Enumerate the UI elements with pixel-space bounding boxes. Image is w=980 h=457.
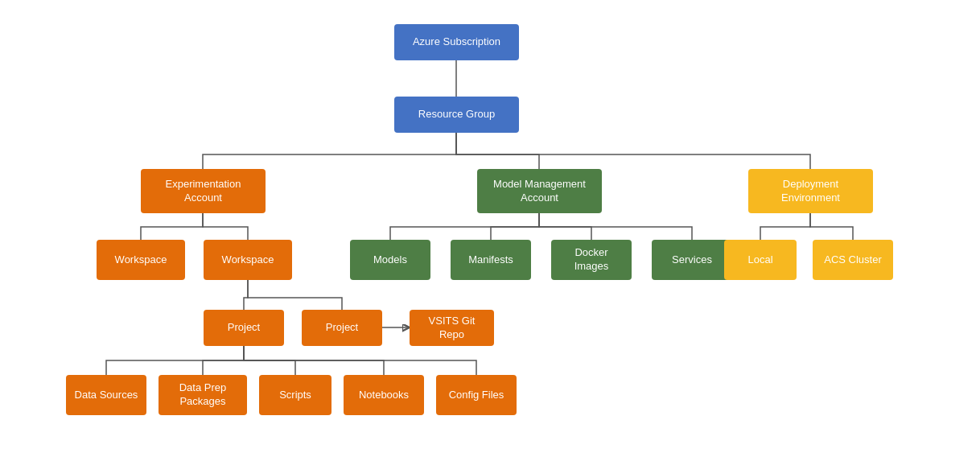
project2-node: Project xyxy=(302,310,382,346)
model-management-account-node: Model Management Account xyxy=(477,169,602,213)
data-prep-packages-node: Data Prep Packages xyxy=(159,375,247,415)
project1-node: Project xyxy=(204,310,284,346)
deployment-environment-node: Deployment Environment xyxy=(748,169,873,213)
diagram: Azure Subscription Resource Group Experi… xyxy=(0,0,980,457)
azure-subscription-node: Azure Subscription xyxy=(394,24,519,60)
local-node: Local xyxy=(724,240,797,280)
config-files-node: Config Files xyxy=(436,375,517,415)
docker-images-node: Docker Images xyxy=(551,240,632,280)
workspace1-node: Workspace xyxy=(97,240,185,280)
scripts-node: Scripts xyxy=(259,375,331,415)
data-sources-node: Data Sources xyxy=(66,375,146,415)
resource-group-node: Resource Group xyxy=(394,97,519,133)
manifests-node: Manifests xyxy=(451,240,531,280)
experimentation-account-node: Experimentation Account xyxy=(141,169,266,213)
workspace2-node: Workspace xyxy=(204,240,292,280)
vsits-git-repo-node: VSITS Git Repo xyxy=(410,310,494,346)
services-node: Services xyxy=(652,240,732,280)
models-node: Models xyxy=(350,240,430,280)
notebooks-node: Notebooks xyxy=(344,375,424,415)
acs-cluster-node: ACS Cluster xyxy=(813,240,893,280)
